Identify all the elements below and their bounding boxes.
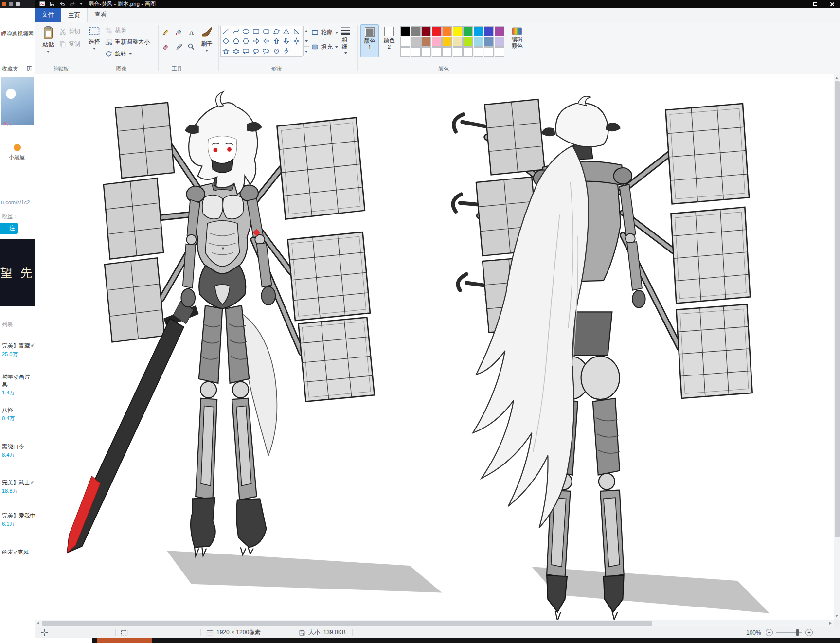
scroll-up-arrow[interactable]	[835, 77, 838, 79]
palette-slot-empty[interactable]	[495, 47, 504, 57]
palette-color-yellow[interactable]	[453, 26, 463, 36]
shapes-scroll-up-button[interactable]	[303, 26, 309, 36]
pencil-tool-button[interactable]	[160, 26, 172, 38]
horizontal-scroll-thumb[interactable]	[42, 621, 652, 626]
video-list-item[interactable]: 的麦♂克风	[2, 549, 29, 556]
palette-color-black[interactable]	[400, 26, 410, 36]
shape-rectangle[interactable]	[251, 27, 261, 36]
palette-slot-empty[interactable]	[453, 47, 463, 57]
vertical-scrollbar[interactable]	[834, 74, 840, 620]
horizontal-scrollbar[interactable]	[35, 620, 834, 627]
tab-file[interactable]: 文件	[35, 8, 61, 22]
canvas[interactable]	[35, 74, 834, 620]
palette-color-gray50[interactable]	[411, 26, 421, 36]
shape-arrow-down[interactable]	[282, 36, 291, 46]
palette-color-green[interactable]	[463, 26, 473, 36]
collapse-ribbon-button[interactable]	[832, 11, 832, 19]
shape-oval[interactable]	[241, 27, 250, 36]
blackroom-icon[interactable]	[14, 144, 21, 151]
video-list-item[interactable]: 完美】青藏♂高 25.0万	[2, 342, 35, 358]
palette-color-blue-gray[interactable]	[484, 37, 494, 47]
shape-cloud-callout[interactable]	[262, 47, 271, 56]
shape-diamond[interactable]	[221, 36, 231, 46]
color2-button[interactable]: 颜色 2	[380, 24, 398, 57]
palette-color-lime[interactable]	[463, 37, 473, 47]
palette-slot-empty[interactable]	[442, 47, 452, 57]
shape-outline-button[interactable]: 轮廓	[311, 28, 338, 36]
scroll-left-arrow[interactable]	[37, 622, 39, 625]
palette-color-indigo[interactable]	[484, 26, 494, 36]
shape-four-point-star[interactable]	[292, 36, 301, 46]
fill-tool-button[interactable]	[173, 26, 184, 38]
redo-button[interactable]	[70, 1, 75, 7]
undo-button[interactable]	[59, 1, 65, 7]
palette-color-light-yellow[interactable]	[453, 37, 463, 47]
vertical-scroll-thumb[interactable]	[835, 81, 840, 537]
scroll-down-arrow[interactable]	[835, 615, 838, 617]
palette-color-turquoise[interactable]	[474, 26, 483, 36]
palette-slot-empty[interactable]	[432, 47, 442, 57]
palette-slot-empty[interactable]	[411, 47, 421, 57]
shape-arrow-up[interactable]	[272, 36, 281, 46]
close-button[interactable]	[823, 0, 840, 8]
brushes-button[interactable]: 刷子	[197, 23, 216, 52]
share-link-fragment[interactable]: u.com/s/1c2	[1, 199, 30, 205]
shape-polygon[interactable]	[272, 27, 281, 36]
palette-color-orange[interactable]	[442, 26, 452, 36]
shape-right-triangle[interactable]	[292, 27, 301, 36]
color-picker-tool-button[interactable]	[173, 41, 184, 53]
edit-colors-button[interactable]: 编辑颜色	[506, 24, 528, 57]
palette-slot-empty[interactable]	[421, 47, 431, 57]
quick-access-dropdown-icon[interactable]	[80, 3, 83, 5]
history-link-fragment[interactable]: 历	[26, 65, 32, 72]
tab-view[interactable]: 查看	[88, 8, 113, 22]
favorites-link[interactable]: 收藏夹	[2, 65, 18, 72]
size-button[interactable]: 粗细	[337, 23, 355, 54]
browser-app-icon[interactable]	[2, 2, 6, 6]
palette-color-white[interactable]	[400, 37, 410, 47]
shape-rounded-callout[interactable]	[241, 47, 250, 56]
shape-line[interactable]	[221, 27, 231, 36]
shape-five-point-star[interactable]	[221, 47, 231, 56]
video-list-item[interactable]: 八怪 0.4万	[2, 407, 15, 422]
video-banner[interactable]: 望 先	[0, 239, 35, 306]
tab-home[interactable]: 主页	[61, 8, 88, 22]
palette-slot-empty[interactable]	[474, 47, 483, 57]
save-button[interactable]	[50, 1, 55, 7]
shape-fill-button[interactable]: 填充	[311, 43, 338, 51]
palette-color-purple[interactable]	[495, 26, 504, 36]
palette-slot-empty[interactable]	[400, 47, 410, 57]
browser-icon[interactable]	[9, 2, 13, 6]
palette-color-light-turquoise[interactable]	[474, 37, 483, 47]
eraser-tool-button[interactable]	[160, 41, 172, 53]
shape-heart[interactable]	[272, 47, 281, 56]
shape-triangle[interactable]	[282, 27, 291, 36]
select-button[interactable]: 选择	[86, 23, 103, 50]
shape-hexagon[interactable]	[241, 36, 250, 46]
video-list-item[interactable]: 黑绕口令 8.4万	[2, 443, 24, 459]
shape-six-point-star[interactable]	[232, 47, 241, 56]
minimize-button[interactable]	[790, 0, 807, 8]
palette-color-gray25[interactable]	[411, 37, 421, 47]
resize-button[interactable]: 重新调整大小	[105, 38, 150, 46]
blackroom-link[interactable]: 小黑屋	[9, 154, 25, 161]
rotate-button[interactable]: 旋转	[105, 50, 132, 58]
shape-lightning[interactable]	[282, 47, 291, 56]
shape-arrow-left[interactable]	[262, 36, 271, 46]
zoom-slider[interactable]	[776, 627, 802, 638]
copy-button[interactable]: 复制	[59, 40, 80, 48]
follow-button[interactable]: 注	[0, 223, 18, 234]
palette-color-dark-red[interactable]	[421, 26, 431, 36]
palette-slot-empty[interactable]	[463, 47, 473, 57]
palette-color-brown[interactable]	[421, 37, 431, 47]
crop-button[interactable]: 裁剪	[105, 26, 126, 35]
palette-color-red[interactable]	[432, 26, 442, 36]
zoom-in-button[interactable]: +	[805, 627, 813, 638]
shapes-scroll-down-button[interactable]	[303, 36, 309, 46]
zoom-out-button[interactable]: −	[766, 627, 773, 638]
maximize-button[interactable]	[807, 0, 823, 8]
browser-user-icon[interactable]	[16, 2, 20, 6]
shape-curve[interactable]	[232, 27, 241, 36]
shape-rounded-rectangle[interactable]	[262, 27, 271, 36]
color1-button[interactable]: 颜色 1	[360, 24, 379, 57]
